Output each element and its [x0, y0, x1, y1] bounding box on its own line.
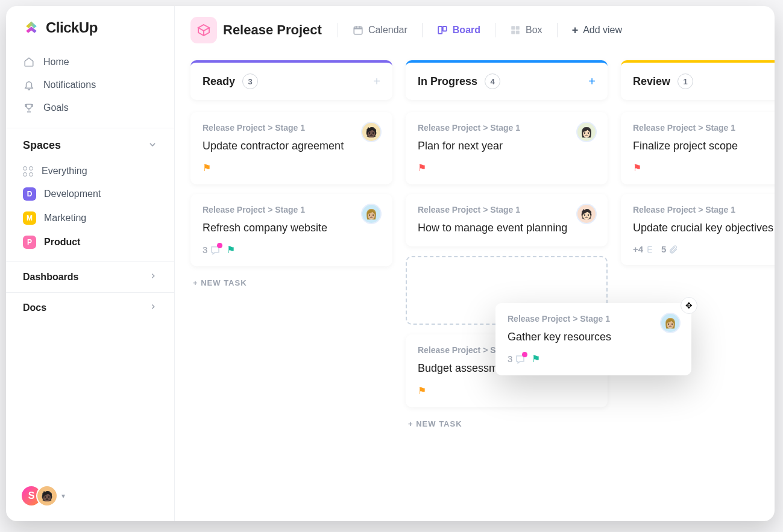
- nav-home[interactable]: Home: [16, 51, 165, 74]
- card-title: Refresh company website: [203, 221, 380, 236]
- card-breadcrumb: Release Project > Stage 1: [633, 205, 775, 214]
- spaces-header[interactable]: Spaces: [6, 128, 174, 158]
- dev-badge: D: [23, 187, 36, 201]
- brand-logo[interactable]: ClickUp: [6, 19, 174, 47]
- nav-notifications[interactable]: Notifications: [16, 74, 165, 96]
- dashboards-label: Dashboards: [23, 272, 78, 283]
- user-avatar-photo: 🧑🏿: [36, 485, 58, 507]
- home-icon: [23, 57, 35, 67]
- chevron-right-icon: [149, 272, 157, 283]
- space-prod-label: Product: [44, 237, 80, 248]
- column-ready-header[interactable]: Ready 3 +: [190, 60, 392, 100]
- nav-goals-label: Goals: [43, 102, 69, 113]
- column-in-progress: In Progress 4 + 👩🏻 Release Project > Sta…: [406, 60, 608, 515]
- new-task-button[interactable]: + NEW TASK: [190, 276, 392, 290]
- nav-dashboards[interactable]: Dashboards: [6, 261, 174, 292]
- bell-icon: [23, 80, 35, 90]
- divider: [495, 23, 495, 37]
- attachments-indicator[interactable]: 5: [661, 244, 678, 254]
- column-ready-title: Ready: [203, 75, 235, 88]
- add-card-button[interactable]: +: [588, 75, 596, 89]
- column-review-header[interactable]: Review 1: [621, 60, 775, 100]
- assignee-avatar[interactable]: 🧑🏿: [361, 122, 382, 142]
- task-card[interactable]: 🧑🏻 Release Project > Stage 1 How to mana…: [406, 194, 608, 246]
- task-card[interactable]: 👩🏼 Release Project > Stage 1 Refresh com…: [190, 194, 392, 266]
- dragging-task-card[interactable]: ✥ 👩🏼 Release Project > Stage 1 Gather ke…: [495, 303, 691, 375]
- comments-count: 3: [508, 354, 512, 364]
- column-ip-title: In Progress: [418, 75, 477, 88]
- sidebar: ClickUp Home Notifications Goals Spaces: [6, 6, 175, 521]
- task-card[interactable]: Release Project > Stage 1 Finalize proje…: [621, 112, 775, 184]
- view-box[interactable]: Box: [505, 21, 547, 39]
- user-switcher[interactable]: S 🧑🏿 ▾: [6, 471, 174, 521]
- assignee-avatar[interactable]: 👩🏼: [660, 313, 681, 333]
- svg-rect-3: [511, 26, 515, 30]
- docs-label: Docs: [23, 302, 46, 313]
- priority-flag-icon[interactable]: ⚑: [532, 353, 540, 365]
- move-icon[interactable]: ✥: [681, 297, 697, 314]
- column-review-count: 1: [678, 74, 693, 89]
- svg-rect-1: [438, 27, 442, 34]
- space-everything-label: Everything: [42, 166, 87, 177]
- assignee-avatar[interactable]: 👩🏼: [361, 204, 382, 224]
- svg-rect-2: [443, 27, 447, 31]
- view-calendar[interactable]: Calendar: [348, 21, 412, 39]
- task-card[interactable]: 🧑🏿 Release Project > Stage 1 Update cont…: [190, 112, 392, 184]
- nav-home-label: Home: [43, 57, 69, 67]
- chevron-right-icon: [149, 302, 157, 313]
- app-window: ClickUp Home Notifications Goals Spaces: [6, 6, 775, 521]
- card-breadcrumb: Release Project > Stage 1: [418, 205, 596, 214]
- card-breadcrumb: Release Project > Stage 1: [203, 205, 380, 214]
- subtasks-count: +4: [633, 244, 643, 254]
- column-ready-count: 3: [242, 74, 258, 89]
- priority-flag-icon[interactable]: ⚑: [633, 162, 641, 174]
- card-breadcrumb: Release Project > Stage 1: [203, 123, 380, 133]
- unread-dot-icon: [522, 352, 527, 357]
- space-product[interactable]: P Product: [16, 230, 165, 254]
- chevron-down-icon: [148, 140, 157, 152]
- unread-dot-icon: [217, 243, 222, 248]
- kanban-board: Ready 3 + 🧑🏿 Release Project > Stage 1 U…: [175, 54, 775, 521]
- new-task-button[interactable]: + NEW TASK: [406, 417, 608, 431]
- comments-indicator[interactable]: 3: [508, 354, 526, 365]
- priority-flag-icon[interactable]: ⚑: [227, 244, 235, 255]
- card-title: How to manage event planning: [418, 221, 596, 236]
- comments-indicator[interactable]: 3: [203, 245, 221, 255]
- primary-nav: Home Notifications Goals: [6, 47, 174, 123]
- project-title: Release Project: [223, 22, 322, 38]
- nav-goals[interactable]: Goals: [16, 96, 165, 119]
- task-card[interactable]: 👩🏻 Release Project > Stage 1 Plan for ne…: [406, 112, 608, 184]
- add-card-button[interactable]: +: [373, 75, 380, 89]
- divider: [557, 23, 558, 37]
- attachments-count: 5: [661, 244, 666, 254]
- trophy-icon: [23, 102, 35, 113]
- assignee-avatar[interactable]: 🧑🏻: [576, 204, 597, 224]
- space-everything[interactable]: Everything: [16, 160, 165, 182]
- plus-icon: +: [572, 24, 579, 37]
- spaces-list: Everything D Development M Marketing P P…: [6, 158, 174, 261]
- assignee-avatar[interactable]: 👩🏻: [576, 122, 597, 142]
- everything-icon: [23, 166, 34, 177]
- view-board[interactable]: Board: [432, 21, 485, 39]
- view-calendar-label: Calendar: [368, 25, 407, 36]
- card-breadcrumb: Release Project > Stage 1: [508, 314, 679, 324]
- priority-flag-icon[interactable]: ⚑: [418, 385, 426, 396]
- priority-flag-icon[interactable]: ⚑: [418, 162, 426, 174]
- add-view-button[interactable]: + Add view: [567, 20, 627, 40]
- mkt-badge: M: [23, 211, 36, 225]
- space-mkt-label: Marketing: [44, 213, 86, 224]
- nav-notifications-label: Notifications: [43, 80, 96, 90]
- nav-docs[interactable]: Docs: [6, 292, 174, 323]
- svg-rect-0: [354, 27, 362, 34]
- priority-flag-icon[interactable]: ⚑: [203, 162, 211, 174]
- card-title: Gather key resources: [508, 330, 679, 345]
- view-board-label: Board: [453, 25, 480, 36]
- column-ready: Ready 3 + 🧑🏿 Release Project > Stage 1 U…: [190, 60, 392, 515]
- task-card[interactable]: Release Project > Stage 1 Update crucial…: [621, 194, 775, 265]
- space-development[interactable]: D Development: [16, 182, 165, 206]
- svg-rect-5: [511, 31, 515, 34]
- space-marketing[interactable]: M Marketing: [16, 206, 165, 230]
- subtasks-indicator[interactable]: +4: [633, 244, 655, 254]
- column-in-progress-header[interactable]: In Progress 4 +: [406, 60, 608, 100]
- column-ready-cards: 🧑🏿 Release Project > Stage 1 Update cont…: [190, 112, 392, 266]
